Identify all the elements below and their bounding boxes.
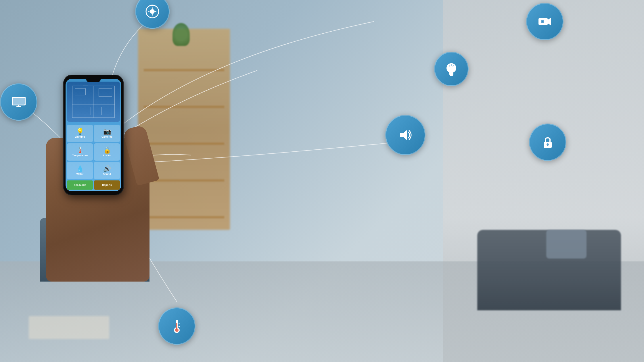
app-tile-sound[interactable]: 🔊 Sound (94, 162, 120, 179)
temperature-icon: 🌡️ (76, 147, 84, 153)
svg-rect-35 (99, 88, 112, 97)
svg-rect-14 (18, 105, 19, 107)
svg-rect-36 (75, 107, 91, 115)
svg-rect-34 (75, 88, 86, 95)
smartphone: 💡 Lighting 📷 Cameras 🌡️ Temperature 🔒 Lo… (63, 75, 124, 195)
svg-marker-8 (548, 18, 551, 26)
sound-icon: 🔊 (103, 166, 111, 172)
water-label: Water (76, 173, 84, 176)
phone-screen: 💡 Lighting 📷 Cameras 🌡️ Temperature 🔒 Lo… (66, 79, 121, 191)
app-tile-locks[interactable]: 🔒 Locks (94, 143, 120, 161)
app-tile-cameras[interactable]: 📷 Cameras (94, 125, 120, 142)
svg-rect-2 (151, 5, 154, 6)
svg-marker-20 (400, 130, 407, 140)
water-icon: 💧 (76, 166, 84, 172)
svg-point-1 (150, 9, 155, 14)
svg-rect-12 (13, 98, 25, 105)
lighting-label: Lighting (75, 135, 85, 138)
svg-point-4 (155, 11, 156, 12)
thermometer-icon (158, 307, 195, 345)
svg-point-6 (152, 14, 153, 16)
svg-point-5 (152, 7, 153, 9)
eco-mode-button[interactable]: Eco Mode (67, 180, 93, 190)
phone-notch (86, 79, 101, 82)
security-camera-icon (526, 3, 564, 40)
svg-point-10 (542, 21, 543, 22)
reports-button[interactable]: Reports (94, 180, 120, 190)
app-tile-temperature[interactable]: 🌡️ Temperature (67, 143, 93, 161)
bottom-buttons: Eco Mode Reports (67, 180, 120, 190)
lighting-icon: 💡 (76, 128, 84, 135)
room-pillow (546, 230, 586, 259)
svg-rect-37 (101, 107, 112, 115)
app-tile-water[interactable]: 💧 Water (67, 162, 93, 179)
light-bulb-icon (434, 52, 469, 86)
room-blueprint-preview (67, 82, 120, 122)
svg-rect-16 (450, 75, 453, 76)
locks-label: Locks (103, 154, 111, 157)
sound-label: Sound (103, 173, 111, 176)
svg-rect-15 (449, 74, 453, 75)
svg-point-27 (175, 328, 179, 332)
speaker-sound-icon (385, 115, 425, 155)
app-tile-lighting[interactable]: 💡 Lighting (67, 125, 93, 142)
room-plant (172, 23, 190, 46)
cameras-label: Cameras (101, 135, 112, 138)
locks-icon: 🔒 (103, 147, 111, 153)
hand-phone-container: 💡 Lighting 📷 Cameras 🌡️ Temperature 🔒 Lo… (46, 75, 161, 282)
cameras-icon: 📷 (103, 128, 111, 135)
svg-point-3 (148, 11, 150, 12)
room-table (29, 316, 109, 339)
app-grid: 💡 Lighting 📷 Cameras 🌡️ Temperature 🔒 Lo… (67, 125, 120, 179)
temperature-label: Temperature (72, 154, 88, 157)
door-lock-icon (529, 124, 566, 161)
svg-rect-23 (547, 145, 548, 146)
tv-display-icon (0, 83, 37, 121)
